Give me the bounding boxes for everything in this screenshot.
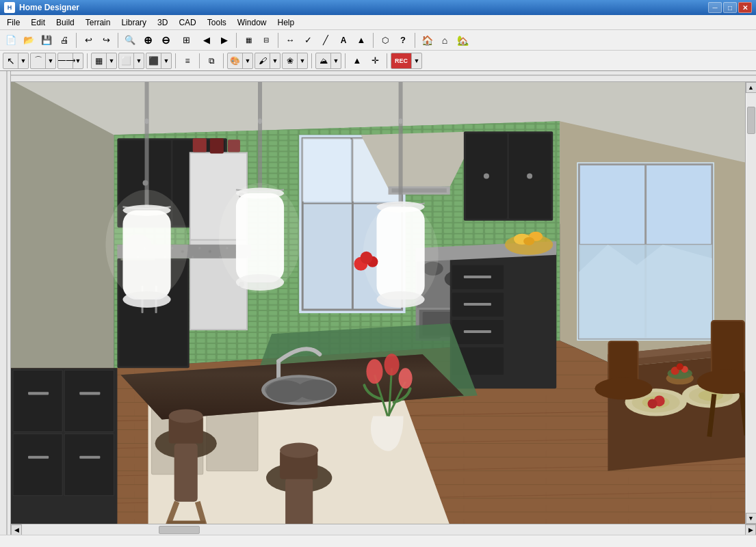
zoom-in-rect-button[interactable]: 🔍 <box>122 32 138 49</box>
separator-4 <box>278 33 278 48</box>
zoom-out-button[interactable]: ⊖ <box>157 32 174 49</box>
plan-view-button[interactable]: ▦ <box>240 32 257 49</box>
terrain-button[interactable]: ⛰ <box>316 53 331 69</box>
help-btn[interactable]: ? <box>395 32 411 49</box>
fill-window-button[interactable]: ⊞ <box>175 32 197 49</box>
print-button[interactable]: 🖨 <box>56 32 73 49</box>
up-arrow-button[interactable]: ▲ <box>353 32 369 49</box>
separator-2 <box>118 33 118 48</box>
arc-dropdown[interactable]: ▼ <box>46 53 55 69</box>
svg-point-116 <box>219 183 301 293</box>
separator-5 <box>373 33 374 48</box>
next-zoom-button[interactable]: ▶ <box>216 32 233 49</box>
svg-rect-74 <box>464 303 491 306</box>
redo-button[interactable]: ↪ <box>98 32 114 49</box>
window-button[interactable]: ⬛ <box>146 53 161 69</box>
menu-item-library[interactable]: Library <box>116 15 152 29</box>
separator-t2-1 <box>87 53 88 68</box>
scroll-thumb-vertical[interactable] <box>747 107 755 134</box>
left-ruler <box>0 71 11 535</box>
separator-1 <box>76 33 77 48</box>
scroll-up-arrow[interactable]: ▲ <box>746 82 757 93</box>
plant-dropdown[interactable]: ▼ <box>298 53 307 69</box>
symbol-button[interactable]: ⬡ <box>377 32 393 49</box>
save-button[interactable]: 💾 <box>38 32 55 49</box>
zoom-in-button[interactable]: ⊕ <box>140 32 156 49</box>
stair-button[interactable]: ≡ <box>179 53 196 69</box>
menu-item-cad[interactable]: CAD <box>173 15 201 29</box>
house-view1-button[interactable]: 🏠 <box>419 32 435 49</box>
material-button[interactable]: 🎨 <box>228 53 243 69</box>
maximize-button[interactable]: □ <box>723 2 737 13</box>
rec-button[interactable]: REC <box>391 53 412 69</box>
measure-dropdown[interactable]: ▼ <box>73 53 83 69</box>
terrain-dropdown[interactable]: ▼ <box>331 53 341 69</box>
overview-button[interactable]: ⊟ <box>258 32 274 49</box>
move-up-button[interactable]: ▲ <box>349 53 365 69</box>
3d-viewport[interactable] <box>11 82 745 524</box>
minimize-button[interactable]: ─ <box>708 2 722 13</box>
move-arrows-button[interactable]: ✛ <box>367 53 383 69</box>
copy-button[interactable]: ⧉ <box>203 53 220 69</box>
svg-rect-167 <box>64 434 114 496</box>
svg-rect-37 <box>228 139 240 152</box>
rec-dropdown[interactable]: ▼ <box>412 53 421 69</box>
arc-button[interactable]: ⌒ <box>31 53 46 69</box>
prev-zoom-button[interactable]: ◀ <box>198 32 215 49</box>
svg-point-162 <box>677 363 683 370</box>
new-button[interactable]: 📄 <box>3 32 19 49</box>
menu-item-tools[interactable]: Tools <box>202 15 232 29</box>
scroll-thumb-horizontal[interactable] <box>159 526 200 534</box>
line-button[interactable]: ╱ <box>317 32 334 49</box>
color-dropdown[interactable]: ▼ <box>270 53 280 69</box>
svg-marker-86 <box>579 245 712 338</box>
scroll-down-arrow[interactable]: ▼ <box>746 513 757 524</box>
svg-point-112 <box>399 118 403 124</box>
horizontal-scrollbar[interactable]: ◀ ▶ <box>11 524 756 535</box>
menu-item-help[interactable]: Help <box>272 15 300 29</box>
scroll-track-vertical[interactable] <box>746 93 756 513</box>
menu-item-terrain[interactable]: Terrain <box>80 15 116 29</box>
scroll-right-arrow[interactable]: ▶ <box>745 524 756 535</box>
svg-rect-168 <box>28 392 49 395</box>
menu-item-edit[interactable]: Edit <box>25 15 51 29</box>
select-button[interactable]: ↖ <box>3 53 18 69</box>
undo-button[interactable]: ↩ <box>80 32 96 49</box>
check-button[interactable]: ✓ <box>300 32 316 49</box>
measure-button[interactable]: ⟵⟶ <box>58 53 73 69</box>
app-title: Home Designer <box>19 3 708 12</box>
text-button[interactable]: A <box>335 32 352 49</box>
material-group: 🎨 ▼ <box>227 53 253 69</box>
kitchen-scene <box>11 82 745 524</box>
material-dropdown[interactable]: ▼ <box>243 53 252 69</box>
cabinet-dropdown[interactable]: ▼ <box>107 53 116 69</box>
arrows-button[interactable]: ↔ <box>282 32 298 49</box>
plant-button[interactable]: ❀ <box>283 53 298 69</box>
scroll-left-arrow[interactable]: ◀ <box>11 524 22 535</box>
open-button[interactable]: 📂 <box>21 32 37 49</box>
color-button[interactable]: 🖌 <box>255 53 270 69</box>
house-view2-button[interactable]: ⌂ <box>436 32 453 49</box>
svg-rect-170 <box>28 456 49 459</box>
window-dropdown[interactable]: ▼ <box>161 53 171 69</box>
separator-3 <box>236 33 237 48</box>
svg-point-58 <box>484 173 489 178</box>
door-dropdown[interactable]: ▼ <box>134 53 144 69</box>
menu-item-3d[interactable]: 3D <box>152 15 173 29</box>
vertical-scrollbar[interactable]: ▲ ▼ <box>745 82 756 524</box>
menu-item-build[interactable]: Build <box>51 15 80 29</box>
menu-bar: File Edit Build Terrain Library 3D CAD T… <box>0 15 756 30</box>
scroll-track-horizontal[interactable] <box>22 525 745 535</box>
status-bar <box>0 535 756 547</box>
separator-t2-4 <box>223 53 224 68</box>
close-button[interactable]: ✕ <box>738 2 752 13</box>
menu-item-file[interactable]: File <box>1 15 25 29</box>
select-dropdown[interactable]: ▼ <box>18 53 28 69</box>
door-button[interactable]: ⬜ <box>119 53 134 69</box>
arc-group: ⌒ ▼ <box>30 53 56 69</box>
cabinet-button[interactable]: ▦ <box>92 53 107 69</box>
house-view3-button[interactable]: 🏡 <box>454 32 471 49</box>
svg-point-149 <box>648 399 657 408</box>
svg-point-99 <box>297 379 335 400</box>
menu-item-window[interactable]: Window <box>232 15 272 29</box>
